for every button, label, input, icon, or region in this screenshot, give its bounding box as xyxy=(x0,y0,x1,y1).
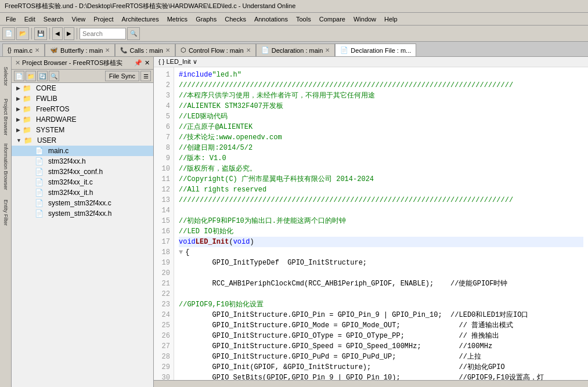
tab-close-decl[interactable]: ✕ xyxy=(325,47,330,53)
tree-item-label: FWLIB xyxy=(36,95,57,103)
tree-item-label: main.c xyxy=(48,147,68,155)
line-number: 3 xyxy=(154,91,174,101)
tab-controlflow-main[interactable]: ⬡ Control Flow : main ✕ xyxy=(175,44,256,56)
panel-btn-2[interactable]: 📁 xyxy=(26,71,36,81)
panel-btn-1[interactable]: 📄 xyxy=(14,71,24,81)
tree-item[interactable]: 📄stm32f4xx_conf.h xyxy=(12,167,153,177)
code-content[interactable]: #include "led.h"////////////////////////… xyxy=(174,67,588,380)
sidebar-tab-selector[interactable]: Selector xyxy=(1,59,11,94)
line-number: 21 xyxy=(154,279,174,289)
line-number: 10 xyxy=(154,164,174,174)
collapse-btn[interactable]: ▼ xyxy=(179,247,183,258)
toolbar-search-btn[interactable]: 🔍 xyxy=(127,27,140,40)
sidebar-tab-project[interactable]: Project Browser xyxy=(1,94,11,140)
menu-item-compare[interactable]: Compare xyxy=(316,15,349,24)
tab-close-main-c[interactable]: ✕ xyxy=(35,47,39,53)
line-number: 18 xyxy=(154,247,174,258)
sidebar-tab-info[interactable]: Information Browser xyxy=(1,140,11,193)
tab-butterfly-main[interactable]: 🦋 Butterfly : main ✕ xyxy=(45,44,115,56)
tab-close-cf[interactable]: ✕ xyxy=(246,47,251,53)
panel-header: ✕ Project Browser - FreeRTOS移植实 📌 ✕ xyxy=(12,57,153,70)
menu-item-architectures[interactable]: Architectures xyxy=(118,15,162,24)
tree-item-label: stm32f4xx_conf.h xyxy=(48,168,103,176)
folder-arrow-icon: ▶ xyxy=(16,106,20,112)
code-line: ////////////////////////////////////////… xyxy=(179,80,583,91)
scrollbar[interactable] xyxy=(154,380,588,387)
menu-item-help[interactable]: Help xyxy=(381,15,401,24)
line-number: 8 xyxy=(154,143,174,153)
tab-icon: 📄 xyxy=(261,46,269,54)
tab-icon: ⬡ xyxy=(181,46,186,54)
tree-item[interactable]: 📄system_stm32f4xx.c xyxy=(12,198,153,208)
line-number: 11 xyxy=(154,174,174,185)
sidebar-tab-entity[interactable]: Entity Filter xyxy=(1,193,11,233)
search-input[interactable] xyxy=(80,28,126,39)
line-number: 7 xyxy=(154,132,174,143)
code-line: GPIO_InitStructure.GPIO_Speed = GPIO_Spe… xyxy=(179,341,583,352)
code-line: RCC_AHB1PeriphClockCmd(RCC_AHB1Periph_GP… xyxy=(179,279,583,289)
menu-item-search[interactable]: Search xyxy=(40,15,67,24)
line-number: 4 xyxy=(154,101,174,111)
menu-item-metrics[interactable]: Metrics xyxy=(164,15,191,24)
tree-item[interactable]: ▶📁CORE xyxy=(12,83,153,93)
folder-arrow-icon: ▶ xyxy=(16,96,20,102)
panel-pin-icon[interactable]: 📌 xyxy=(134,59,142,67)
editor-content: 1234567891011121314151617181920212223242… xyxy=(154,67,588,380)
tab-main-c[interactable]: {} main.c ✕ xyxy=(2,44,45,56)
panel-title: ✕ Project Browser - FreeRTOS移植实 xyxy=(15,59,122,67)
tree-item[interactable]: 📄stm32f4xx_it.c xyxy=(12,177,153,187)
menu-item-graphs[interactable]: Graphs xyxy=(192,15,220,24)
toolbar-new-btn[interactable]: 📄 xyxy=(2,27,15,40)
panel-btn-3[interactable]: 🔄 xyxy=(37,71,48,81)
code-line: //GPIOF9,F10初始化设置 xyxy=(179,299,583,310)
toolbar-fwd-btn[interactable]: ▶ xyxy=(64,27,74,40)
menu-item-edit[interactable]: Edit xyxy=(21,15,39,24)
tab-declaration-file[interactable]: 📄 Declaration File : m... xyxy=(335,44,416,56)
folder-icon: 📁 xyxy=(24,136,33,144)
menu-item-file[interactable]: File xyxy=(2,15,20,24)
toolbar-open-btn[interactable]: 📂 xyxy=(16,27,29,40)
code-line: ▼{ xyxy=(179,247,583,258)
toolbar-sep-1 xyxy=(31,28,32,39)
menu-item-annotations[interactable]: Annotations xyxy=(251,15,291,24)
code-line: //正点原子@ALIENTEK xyxy=(179,122,583,132)
file-icon: 📄 xyxy=(35,168,44,176)
tree-item[interactable]: ▶📁FWLIB xyxy=(12,93,153,104)
tree-item[interactable]: ▶📁SYSTEM xyxy=(12,125,153,135)
panel-menu-btn[interactable]: ☰ xyxy=(140,71,151,81)
line-number: 16 xyxy=(154,226,174,237)
tab-calls-main[interactable]: 📞 Calls : main ✕ xyxy=(115,44,175,56)
tree-area[interactable]: ▶📁CORE▶📁FWLIB▶📁FreeRTOS▶📁HARDWARE▶📁SYSTE… xyxy=(12,83,153,387)
tree-item[interactable]: 📄stm32f4xx_it.h xyxy=(12,187,153,198)
menu-item-window[interactable]: Window xyxy=(350,15,380,24)
tree-item[interactable]: ▶📁FreeRTOS xyxy=(12,104,153,114)
file-sync-btn[interactable]: File Sync xyxy=(105,71,139,81)
code-line xyxy=(179,205,583,216)
code-line xyxy=(179,268,583,279)
menu-bar: FileEditSearchViewProjectArchitecturesMe… xyxy=(0,13,588,26)
line-number: 6 xyxy=(154,122,174,132)
tree-item[interactable]: ▶📁HARDWARE xyxy=(12,114,153,125)
panel-close-icon[interactable]: ✕ xyxy=(145,59,150,67)
tree-item[interactable]: 📄system_stm32f4xx.h xyxy=(12,208,153,219)
line-number: 14 xyxy=(154,205,174,216)
tree-item-label: FreeRTOS xyxy=(36,105,70,113)
toolbar-back-btn[interactable]: ◀ xyxy=(52,27,63,40)
folder-arrow-icon: ▶ xyxy=(16,117,20,122)
tree-item[interactable]: 📄main.c xyxy=(12,146,153,156)
tab-declaration-main[interactable]: 📄 Declaration : main ✕ xyxy=(256,44,336,56)
menu-item-checks[interactable]: Checks xyxy=(221,15,250,24)
tree-item[interactable]: ▼📁USER xyxy=(12,135,153,146)
menu-item-view[interactable]: View xyxy=(68,15,89,24)
file-icon: 📄 xyxy=(35,157,44,165)
menu-item-tools[interactable]: Tools xyxy=(293,15,315,24)
menu-item-project[interactable]: Project xyxy=(90,15,117,24)
line-number: 23 xyxy=(154,299,174,310)
tab-close-butterfly[interactable]: ✕ xyxy=(105,47,110,53)
title-text: FreeRTOS移植实验.und - D:\Desktop\FreeRTOS移植… xyxy=(5,2,295,10)
line-numbers: 1234567891011121314151617181920212223242… xyxy=(154,67,174,380)
tab-close-calls[interactable]: ✕ xyxy=(165,47,170,53)
panel-btn-4[interactable]: 🔍 xyxy=(49,71,59,81)
toolbar-save-btn[interactable]: 💾 xyxy=(34,27,47,40)
tree-item[interactable]: 📄stm32f4xx.h xyxy=(12,156,153,167)
